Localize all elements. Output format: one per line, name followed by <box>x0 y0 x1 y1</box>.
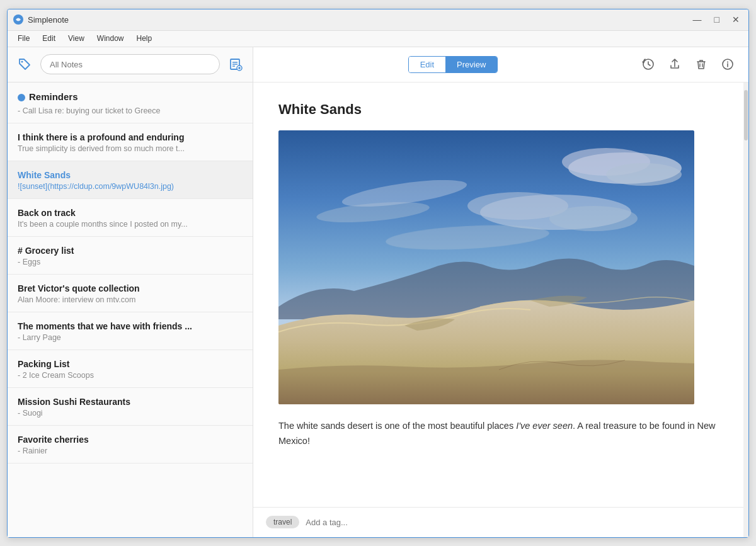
menu-help[interactable]: Help <box>130 33 159 44</box>
svg-point-21 <box>606 163 682 186</box>
svg-point-1 <box>21 61 23 63</box>
main-content: Reminders - Call Lisa re: buying our tic… <box>8 47 748 537</box>
reminders-radio-dot <box>18 94 25 101</box>
editor-content: White Sands <box>253 82 748 507</box>
app-title: Simplenote <box>28 15 689 25</box>
note-item-bret-victor[interactable]: Bret Victor's quote collection Alan Moor… <box>8 275 253 312</box>
grocery-list-preview: - Eggs <box>18 258 243 266</box>
mission-sushi-preview: - Suogi <box>18 409 243 418</box>
app-window: Simplenote — □ ✕ File Edit View Window H… <box>7 9 749 538</box>
menu-file[interactable]: File <box>11 33 36 44</box>
preview-button[interactable]: Preview <box>445 57 497 72</box>
mission-sushi-title: Mission Sushi Restaurants <box>18 397 243 407</box>
moments-preview: - Larry Page <box>18 333 243 342</box>
menu-bar: File Edit View Window Help <box>8 31 748 47</box>
editor-footer: travel <box>253 507 748 537</box>
note-body-text1: The white sands desert is one of the mos… <box>278 421 516 431</box>
menu-edit[interactable]: Edit <box>36 33 62 44</box>
info-button[interactable] <box>719 56 736 72</box>
desert-image-svg <box>278 130 694 404</box>
minimize-button[interactable]: — <box>689 14 706 25</box>
note-title: White Sands <box>278 101 723 118</box>
delete-button[interactable] <box>693 56 709 72</box>
back-on-track-title: Back on track <box>18 208 243 218</box>
share-icon <box>668 57 682 71</box>
maximize-button[interactable]: □ <box>711 14 723 25</box>
note-item-reminders[interactable]: Reminders - Call Lisa re: buying our tic… <box>8 82 253 123</box>
note-item-grocery-list[interactable]: # Grocery list - Eggs <box>8 237 253 275</box>
app-logo <box>13 14 24 25</box>
editor-toolbar: Edit Preview <box>253 47 748 82</box>
window-controls: — □ ✕ <box>689 14 743 25</box>
moments-title: The moments that we have with friends ..… <box>18 321 243 331</box>
tag-travel[interactable]: travel <box>266 516 299 528</box>
favorite-cherries-title: Favorite cherries <box>18 435 243 445</box>
svg-point-24 <box>549 206 638 231</box>
note-item-moments[interactable]: The moments that we have with friends ..… <box>8 312 253 350</box>
note-item-packing-list[interactable]: Packing List - 2 Ice Cream Scoops <box>8 350 253 388</box>
close-button[interactable]: ✕ <box>728 14 743 25</box>
profound-title: I think there is a profound and enduring <box>18 132 243 142</box>
favorite-cherries-preview: - Rainier <box>18 446 243 455</box>
share-button[interactable] <box>667 56 683 72</box>
note-item-white-sands[interactable]: White Sands ![sunset](https://cldup.com/… <box>8 161 253 199</box>
profound-preview: True simplicity is derived from so much … <box>18 144 243 153</box>
history-icon <box>641 57 655 71</box>
note-body-italic: I've ever seen <box>516 421 573 431</box>
new-note-button[interactable] <box>226 55 245 74</box>
sidebar-toolbar <box>8 47 253 82</box>
reminders-preview: - Call Lisa re: buying our ticket to Gre… <box>18 106 243 115</box>
scrollbar-thumb[interactable] <box>744 90 748 140</box>
bret-victor-preview: Alan Moore: interview on mtv.com <box>18 295 243 304</box>
view-toggle: Edit Preview <box>408 56 498 73</box>
back-on-track-preview: It's been a couple months since I posted… <box>18 220 243 229</box>
note-item-back-on-track[interactable]: Back on track It's been a couple months … <box>8 199 253 237</box>
menu-view[interactable]: View <box>62 33 91 44</box>
edit-button[interactable]: Edit <box>409 57 445 72</box>
note-image <box>278 130 694 404</box>
tag-icon <box>18 57 32 71</box>
white-sands-title: White Sands <box>18 170 243 180</box>
sidebar: Reminders - Call Lisa re: buying our tic… <box>8 47 253 537</box>
bret-victor-title: Bret Victor's quote collection <box>18 283 243 293</box>
add-tag-input[interactable] <box>306 518 411 527</box>
svg-point-14 <box>727 62 728 63</box>
menu-window[interactable]: Window <box>91 33 130 44</box>
notes-list: Reminders - Call Lisa re: buying our tic… <box>8 82 253 537</box>
scrollbar-track <box>743 82 748 537</box>
editor-pane: Edit Preview <box>253 47 748 537</box>
tags-button[interactable] <box>15 55 34 74</box>
trash-icon <box>694 57 708 71</box>
new-note-icon <box>229 57 243 71</box>
history-button[interactable] <box>640 56 656 72</box>
note-body: The white sands desert is one of the mos… <box>278 418 723 449</box>
info-icon <box>721 57 735 71</box>
note-item-mission-sushi[interactable]: Mission Sushi Restaurants - Suogi <box>8 388 253 426</box>
note-item-profound[interactable]: I think there is a profound and enduring… <box>8 123 253 161</box>
grocery-list-title: # Grocery list <box>18 246 243 256</box>
packing-list-title: Packing List <box>18 359 243 369</box>
search-input[interactable] <box>40 54 220 74</box>
title-bar: Simplenote — □ ✕ <box>8 9 748 31</box>
toolbar-right <box>640 56 736 72</box>
packing-list-preview: - 2 Ice Cream Scoops <box>18 371 243 380</box>
note-item-favorite-cherries[interactable]: Favorite cherries - Rainier <box>8 426 253 464</box>
reminders-title: Reminders <box>29 91 78 102</box>
white-sands-preview: ![sunset](https://cldup.com/9wpWU84l3n.j… <box>18 182 243 191</box>
